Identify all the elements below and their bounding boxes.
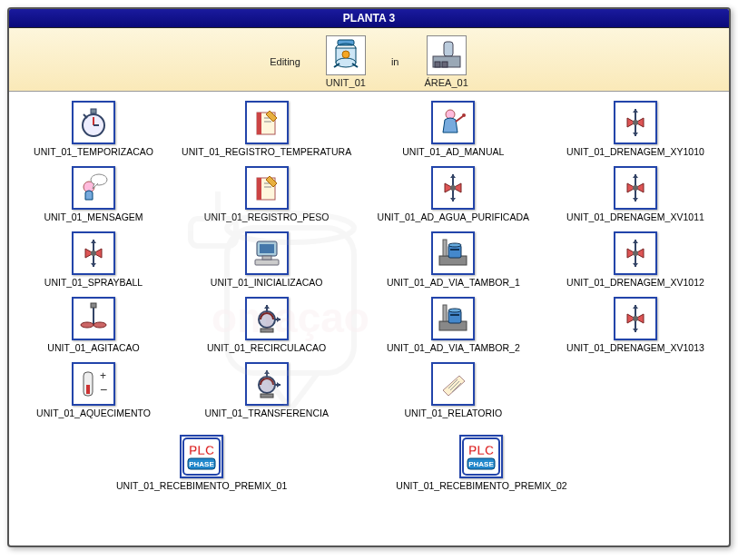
phase-unit_01_registro_peso[interactable]: UNIT_01_REGISTRO_PESO	[176, 166, 358, 222]
phase-unit_01_sprayball[interactable]: UNIT_01_SPRAYBALL	[16, 231, 171, 288]
phase-unit_01_drenagem_xv1013[interactable]: UNIT_01_DRENAGEM_XV1013	[549, 297, 722, 353]
svg-line-26	[456, 116, 463, 122]
valve-icon	[614, 101, 657, 144]
phase-bottom-row: PLCPHASEUNIT_01_RECEBIMENTO_PREMIX_01PLC…	[16, 435, 722, 491]
svg-point-43	[633, 185, 638, 191]
phase-label: UNIT_01_INICIALIZACAO	[211, 277, 323, 288]
valve-icon	[431, 166, 475, 210]
operator-icon	[431, 101, 475, 144]
svg-marker-40	[450, 174, 456, 178]
window-title: PLANTA 3	[9, 9, 729, 28]
reactor-icon	[326, 35, 366, 75]
svg-rect-10	[442, 62, 448, 67]
svg-text:PLC: PLC	[468, 443, 494, 457]
plant-window: PLANTA 3 Editing UNIT_01 in	[7, 7, 731, 547]
phase-unit_01_registro_temperatura[interactable]: UNIT_01_REGISTRO_TEMPERATURA	[176, 101, 358, 157]
unit-label: UNIT_01	[326, 77, 366, 88]
phase-label: UNIT_01_DRENAGEM_XV1013	[566, 342, 704, 353]
svg-point-39	[450, 185, 456, 191]
phase-unit_01_inicializacao[interactable]: UNIT_01_INICIALIZACAO	[176, 231, 358, 288]
phase-unit_01_recebimento_premix_02[interactable]: PLCPHASEUNIT_01_RECEBIMENTO_PREMIX_02	[396, 435, 566, 491]
header-band: Editing UNIT_01 in	[9, 28, 729, 92]
svg-marker-62	[633, 263, 638, 267]
phase-label: UNIT_01_AD_VIA_TAMBOR_2	[387, 342, 520, 353]
svg-marker-31	[633, 133, 638, 136]
plc-icon: PLCPHASE	[180, 435, 223, 478]
notebook-icon	[245, 166, 289, 210]
pump-icon	[245, 362, 289, 406]
phase-unit_01_temporizacao[interactable]: UNIT_01_TEMPORIZACAO	[16, 101, 171, 157]
svg-point-79	[633, 316, 638, 321]
svg-point-65	[81, 322, 93, 328]
svg-marker-80	[633, 305, 638, 309]
svg-point-6	[342, 51, 349, 58]
phase-unit_01_relatorio[interactable]: UNIT_01_RELATORIO	[362, 362, 544, 418]
phase-unit_01_transferencia[interactable]: UNIT_01_TRANSFERENCIA	[176, 362, 358, 418]
report-icon	[431, 362, 475, 406]
phase-unit_01_recebimento_premix_01[interactable]: PLCPHASEUNIT_01_RECEBIMENTO_PREMIX_01	[116, 435, 287, 491]
phase-unit_01_agitacao[interactable]: UNIT_01_AGITACAO	[16, 297, 171, 353]
svg-text:PLC: PLC	[189, 443, 214, 457]
svg-rect-57	[450, 249, 459, 251]
svg-marker-30	[633, 109, 638, 113]
svg-marker-90	[277, 382, 280, 388]
svg-rect-35	[257, 178, 261, 200]
pump-icon	[245, 297, 289, 340]
svg-rect-17	[91, 109, 96, 113]
phase-label: UNIT_01_TEMPORIZACAO	[34, 146, 153, 157]
phase-unit_01_mensagem[interactable]: UNIT_01_MENSAGEM	[16, 166, 171, 222]
svg-line-20	[84, 114, 87, 118]
svg-rect-64	[91, 303, 96, 308]
svg-rect-52	[255, 260, 279, 265]
svg-rect-9	[435, 62, 440, 67]
svg-point-66	[93, 322, 106, 328]
phase-label: UNIT_01_AQUECIMENTO	[36, 408, 151, 418]
phase-unit_01_aquecimento[interactable]: +−UNIT_01_AQUECIMENTO	[16, 362, 171, 418]
phase-label: UNIT_01_TRANSFERENCIA	[204, 408, 329, 418]
svg-point-56	[448, 243, 461, 247]
phase-label: UNIT_01_RECIRCULACAO	[207, 342, 326, 353]
svg-point-60	[633, 251, 638, 256]
content-area: omaçao UNIT_01_TEMPORIZACAOUNIT_01_REGIS…	[9, 92, 729, 545]
phase-label: UNIT_01_DRENAGEM_XV1012	[566, 277, 704, 288]
svg-rect-83	[86, 385, 90, 394]
phase-label: UNIT_01_AGITACAO	[47, 342, 139, 353]
svg-marker-87	[264, 370, 270, 374]
phase-unit_01_drenagem_xy1010[interactable]: UNIT_01_DRENAGEM_XY1010	[549, 101, 722, 157]
svg-text:PHASE: PHASE	[189, 460, 214, 468]
phase-label: UNIT_01_DRENAGEM_XV1011	[566, 211, 704, 222]
message-icon	[72, 166, 115, 210]
svg-rect-7	[444, 42, 453, 56]
svg-marker-61	[633, 240, 638, 243]
phase-label: UNIT_01_REGISTRO_TEMPERATURA	[182, 146, 351, 157]
phase-unit_01_recirculacao[interactable]: UNIT_01_RECIRCULACAO	[176, 297, 358, 353]
svg-rect-77	[443, 305, 447, 321]
svg-rect-72	[261, 329, 273, 332]
phase-label: UNIT_01_AD_AGUA_PURIFICADA	[378, 211, 529, 222]
svg-text:−: −	[100, 382, 107, 397]
svg-rect-22	[257, 113, 261, 134]
phase-unit_01_ad_manual[interactable]: UNIT_01_AD_MANUAL	[362, 101, 544, 157]
phase-label: UNIT_01_SPRAYBALL	[44, 277, 143, 288]
svg-marker-45	[633, 198, 638, 201]
phase-unit_01_drenagem_xv1011[interactable]: UNIT_01_DRENAGEM_XV1011	[549, 166, 722, 222]
svg-rect-76	[450, 314, 459, 316]
svg-marker-41	[450, 198, 456, 201]
svg-point-27	[462, 113, 466, 117]
header-unit[interactable]: UNIT_01	[326, 35, 366, 88]
phase-unit_01_ad_agua_purificada[interactable]: UNIT_01_AD_AGUA_PURIFICADA	[362, 166, 544, 222]
drum-icon	[431, 231, 475, 275]
phase-label: UNIT_01_AD_VIA_TAMBOR_1	[387, 277, 520, 288]
phase-unit_01_ad_via_tambor_1[interactable]: UNIT_01_AD_VIA_TAMBOR_1	[362, 231, 544, 288]
phase-unit_01_drenagem_xv1012[interactable]: UNIT_01_DRENAGEM_XV1012	[549, 231, 722, 288]
agitator-icon	[72, 297, 115, 340]
svg-rect-91	[261, 394, 273, 398]
computer-icon	[245, 231, 289, 275]
svg-rect-53	[262, 256, 271, 260]
header-area[interactable]: ÁREA_01	[424, 35, 467, 88]
phase-grid: UNIT_01_TEMPORIZACAOUNIT_01_REGISTRO_TEM…	[16, 101, 722, 418]
svg-marker-68	[264, 305, 270, 309]
phase-label: UNIT_01_RELATORIO	[405, 408, 503, 418]
svg-point-33	[91, 174, 107, 185]
phase-unit_01_ad_via_tambor_2[interactable]: UNIT_01_AD_VIA_TAMBOR_2	[362, 297, 544, 353]
